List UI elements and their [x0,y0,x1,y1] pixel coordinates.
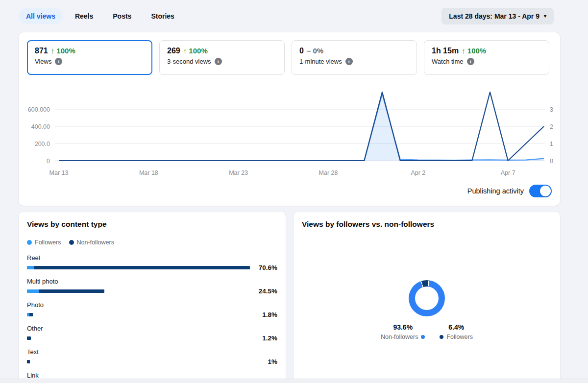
views-line-chart: 600.000400.00200.003210Mar 13Mar 18Mar 2… [19,83,560,179]
metric-value: 269↑ 100% [167,47,277,55]
non-followers-segment [39,289,104,293]
metric-label: 3-second viewsi [167,58,277,65]
content-type-pct: 1% [268,358,277,365]
content-type-legend: FollowersNon-followers [27,239,277,246]
horizontal-scrollbar[interactable] [0,379,588,383]
content-type-pct: 1.8% [262,311,277,318]
tab-posts[interactable]: Posts [105,8,139,24]
tab-list: All viewsReelsPostsStories [19,8,182,24]
tab-stories[interactable]: Stories [144,8,181,24]
metric-card-3-second-views[interactable]: 269↑ 100%3-second viewsi [159,40,285,75]
svg-text:2: 2 [550,123,553,130]
metric-value: 871↑ 100% [35,47,145,55]
svg-text:Mar 13: Mar 13 [49,169,69,176]
info-icon[interactable]: i [345,58,353,65]
non-followers-segment [34,266,250,269]
svg-text:0: 0 [550,158,553,165]
svg-text:Mar 18: Mar 18 [139,169,158,176]
metric-card-1-minute-views[interactable]: 0– 0%1-minute viewsi [292,40,417,75]
tab-all-views[interactable]: All views [19,8,63,24]
non-followers-segment [29,313,33,316]
nonfollowers-pct: 93.6% [381,323,425,331]
views-overview-card: 871↑ 100%Viewsi269↑ 100%3-second viewsi0… [19,32,560,206]
content-type-label: Multi photo [27,278,277,285]
date-range-selector[interactable]: Last 28 days: Mar 13 - Apr 9 ▾ [441,8,554,24]
toggle-knob [540,186,551,196]
svg-text:Apr 7: Apr 7 [501,169,515,176]
content-type-label: Reel [27,254,277,262]
content-type-label: Text [27,348,277,356]
content-type-bar [27,289,104,293]
donut-hole [415,287,439,310]
followers-segment [27,266,34,269]
svg-text:Apr 2: Apr 2 [411,169,425,176]
metric-label: Watch timei [432,58,541,65]
content-row-photo: Photo1.8% [27,301,277,317]
metric-cards: 871↑ 100%Viewsi269↑ 100%3-second viewsi0… [27,40,549,75]
info-icon[interactable]: i [55,58,62,65]
metric-card-watch-time[interactable]: 1h 15m↑ 100%Watch timei [424,40,549,75]
top-bar: All viewsReelsPostsStories Last 28 days:… [19,7,554,25]
followers-card-title: Views by followers vs. non-followers [302,220,552,229]
insights-page: { "tabs": [ {"id": "all-views", "label":… [0,0,588,383]
svg-text:600.000: 600.000 [28,106,50,113]
chevron-down-icon: ▾ [544,14,546,19]
nonfollowers-label: Non-followers [381,334,418,340]
metric-label: Viewsi [35,58,145,65]
y-axis-left: 600.000400.00200.00 [28,106,50,165]
svg-text:Mar 28: Mar 28 [319,169,338,176]
date-range-label: Last 28 days: Mar 13 - Apr 9 [449,12,539,20]
followers-vs-nonfollowers-card: Views by followers vs. non-followers 93.… [294,212,560,383]
x-axis: Mar 13Mar 18Mar 23Mar 28Apr 2Apr 7 [49,169,515,176]
metric-value: 1h 15m↑ 100% [432,47,541,55]
followers-segment [27,289,39,293]
content-type-label: Link [27,372,277,379]
svg-text:Mar 23: Mar 23 [229,169,248,176]
svg-text:3: 3 [550,106,553,113]
content-type-label: Other [27,325,277,332]
content-row-reel: Reel70.6% [27,254,277,270]
content-type-rows: Reel70.6%Multi photo24.5%Photo1.8%Other1… [27,254,277,383]
donut-chart [409,280,445,316]
followers-stat: 6.4% Followers [440,323,473,340]
publishing-activity-row: Publishing activity [467,185,552,197]
content-type-title: Views by content type [27,220,277,229]
content-type-label: Photo [27,301,277,309]
content-type-bar [27,313,33,316]
legend-item-followers: Followers [27,239,61,246]
series-line-views [59,94,544,161]
content-type-pct: 1.2% [262,335,277,342]
metric-label: 1-minute viewsi [299,58,409,65]
info-icon[interactable]: i [215,58,222,65]
followers-pct: 6.4% [440,323,473,331]
metric-value: 0– 0% [299,47,409,55]
content-type-pct: 24.5% [259,287,277,295]
content-type-pct: 70.6% [259,264,277,271]
legend-item-non-followers: Non-followers [69,239,114,246]
content-row-other: Other1.2% [27,325,277,340]
nonfollowers-stat: 93.6% Non-followers [381,323,425,340]
non-followers-dot-icon [69,240,74,245]
svg-text:400.00: 400.00 [31,123,50,130]
tab-reels[interactable]: Reels [68,8,100,24]
nonfollowers-dot-icon [421,335,425,339]
publishing-activity-toggle[interactable] [529,185,552,197]
followers-dot-icon [440,335,443,339]
series-area-views [59,94,544,161]
metric-card-views[interactable]: 871↑ 100%Viewsi [27,40,152,75]
content-type-bar [27,266,250,269]
content-row-multi-photo: Multi photo24.5% [27,278,277,293]
svg-text:200.0: 200.0 [35,141,50,147]
non-followers-segment [27,360,30,363]
content-type-bar [27,360,30,363]
non-followers-segment [27,336,31,340]
gridlines [55,109,545,161]
donut-legend: 93.6% Non-followers 6.4% Followers [294,323,560,340]
views-by-content-type-card: Views by content type FollowersNon-follo… [19,212,286,383]
content-type-bar [27,336,31,340]
info-icon[interactable]: i [467,58,474,65]
svg-text:1: 1 [550,141,553,147]
followers-dot-icon [27,240,32,245]
svg-text:0: 0 [47,158,50,165]
publishing-activity-label: Publishing activity [467,187,524,195]
